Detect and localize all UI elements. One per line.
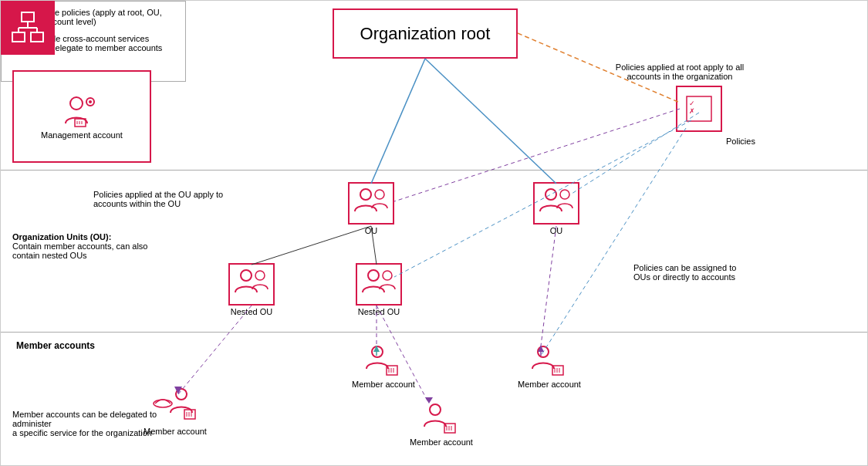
- member-account-4: Member account: [410, 402, 473, 447]
- nested-ou-svg-1: [232, 268, 271, 302]
- svg-point-7: [70, 97, 83, 110]
- nested-ou-icon-1: [228, 263, 275, 306]
- ou-icon-svg-1: [352, 187, 390, 221]
- policies-icon: ✓ ✗: [685, 95, 713, 123]
- svg-rect-1: [12, 32, 25, 42]
- ou-node-2: OU: [533, 182, 579, 235]
- svg-rect-0: [22, 12, 34, 22]
- member-account-1: Member account: [352, 344, 415, 389]
- svg-point-29: [241, 270, 252, 281]
- svg-point-38: [538, 346, 549, 357]
- annotation-policies-assign: Policies can be assigned toOUs or direct…: [633, 263, 788, 282]
- org-root-label: Organization root: [360, 24, 491, 44]
- svg-rect-2: [31, 32, 43, 42]
- svg-point-28: [560, 190, 569, 199]
- ou-icon-1: [348, 182, 394, 225]
- svg-point-32: [383, 271, 392, 280]
- policies-label: Policies: [726, 137, 755, 146]
- org-root-box: Organization root: [333, 8, 518, 59]
- nested-ou-label-2: Nested OU: [358, 307, 400, 316]
- member-icon-4: [421, 402, 461, 436]
- ou-label-2: OU: [550, 226, 563, 235]
- svg-point-43: [154, 400, 172, 407]
- ou-label-1: OU: [365, 226, 378, 235]
- org-icon: [11, 11, 45, 45]
- member-account-2: Member account: [518, 344, 581, 389]
- svg-point-30: [255, 271, 265, 280]
- nested-ou-icon-2: [356, 263, 402, 306]
- svg-point-33: [372, 346, 383, 357]
- nested-ou-node-2: Nested OU: [356, 263, 402, 316]
- member-account-label-2: Member account: [518, 380, 581, 389]
- management-account-box: Management account: [12, 70, 151, 163]
- svg-point-27: [545, 189, 556, 200]
- diagram-container: Organization root Management account: [0, 0, 868, 466]
- member-icon-2: [529, 344, 569, 378]
- svg-point-25: [360, 189, 371, 200]
- member-icon-1: [363, 344, 404, 378]
- management-icon: [62, 94, 101, 129]
- ou-node-1: OU: [348, 182, 394, 235]
- annotation-ou-description: Organization Units (OU): Contain member …: [12, 232, 167, 260]
- svg-point-44: [176, 389, 187, 400]
- svg-point-31: [368, 270, 379, 281]
- svg-point-26: [375, 190, 384, 199]
- member-account-label-4: Member account: [410, 437, 473, 447]
- annotation-member-delegate: Member accounts can be delegated to admi…: [12, 410, 190, 437]
- svg-point-49: [430, 404, 441, 415]
- svg-point-9: [89, 100, 92, 103]
- svg-text:✓: ✓: [689, 100, 695, 107]
- svg-text:✗: ✗: [689, 107, 695, 115]
- annotation-policies-root: Policies applied at root apply to all ac…: [603, 62, 757, 81]
- nested-ou-svg-2: [360, 268, 398, 302]
- policies-box: ✓ ✗: [676, 86, 722, 132]
- nested-ou-label-1: Nested OU: [231, 307, 272, 316]
- ou-icon-2: [533, 182, 579, 225]
- ou-icon-svg-2: [537, 187, 576, 221]
- logo-box: [1, 1, 55, 55]
- member-account-label-1: Member account: [352, 380, 415, 389]
- annotation-policies-ou: Policies applied at the OU apply toaccou…: [93, 190, 248, 208]
- nested-ou-node-1: Nested OU: [228, 263, 275, 316]
- management-account-label: Management account: [41, 130, 123, 140]
- member-accounts-section-label: Member accounts: [16, 340, 95, 351]
